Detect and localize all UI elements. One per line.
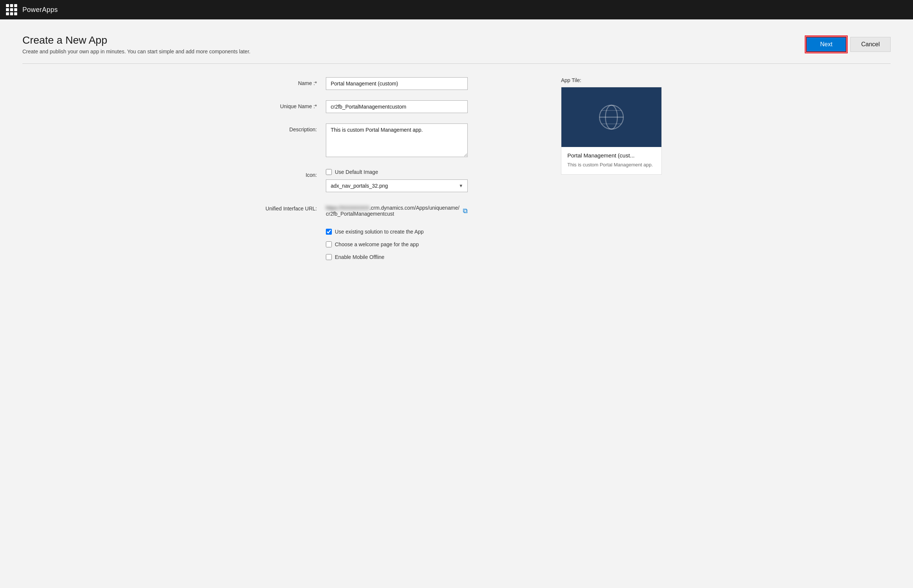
app-tile-panel: App Tile: Portal Management (cust... Thi… (561, 77, 662, 270)
copy-url-icon[interactable]: ⧉ (463, 207, 468, 215)
name-field-wrapper (326, 77, 468, 90)
checkbox-section: Use existing solution to create the App … (326, 227, 468, 260)
next-button[interactable]: Next (806, 37, 847, 52)
divider (23, 63, 890, 64)
url-row: Unified Interface URL: https://XXXXXXXX.… (251, 203, 539, 217)
page-title: Create a New App (23, 34, 251, 46)
choose-welcome-page-label[interactable]: Choose a welcome page for the app (326, 241, 468, 247)
choose-welcome-page-text: Choose a welcome page for the app (335, 241, 419, 247)
enable-mobile-offline-checkbox[interactable] (326, 254, 332, 260)
icon-dropdown-wrapper: adx_nav_portals_32.png ▼ (326, 179, 468, 192)
icon-controls: Use Default Image adx_nav_portals_32.png… (326, 169, 468, 192)
description-field-wrapper: This is custom Portal Management app. (326, 123, 468, 158)
page-content: Create a New App Create and publish your… (0, 19, 913, 588)
use-default-image-text: Use Default Image (335, 169, 378, 175)
app-tile-name: Portal Management (cust... (567, 152, 656, 158)
app-tile-info: Portal Management (cust... This is custo… (562, 147, 661, 174)
waffle-icon[interactable] (6, 4, 17, 15)
url-text: https://XXXXXXXX.crm.dynamics.com/Apps/u… (326, 205, 460, 217)
use-existing-solution-label[interactable]: Use existing solution to create the App (326, 229, 468, 235)
app-tile-description: This is custom Portal Management app. (567, 162, 656, 168)
page-header: Create a New App Create and publish your… (23, 34, 890, 55)
page-subtitle: Create and publish your own app in minut… (23, 48, 251, 55)
unique-name-field-wrapper (326, 100, 468, 113)
unique-name-row: Unique Name :* (251, 100, 539, 113)
use-existing-solution-checkbox[interactable] (326, 229, 332, 235)
url-blurred-part: https://XXXXXXXX (326, 205, 369, 211)
enable-mobile-offline-label[interactable]: Enable Mobile Offline (326, 254, 468, 260)
app-tile-image (562, 87, 661, 147)
url-field-wrapper: https://XXXXXXXX.crm.dynamics.com/Apps/u… (326, 203, 468, 217)
form-area: Name :* Unique Name :* Description: This… (251, 77, 662, 270)
description-row: Description: This is custom Portal Manag… (251, 123, 539, 158)
description-input[interactable]: This is custom Portal Management app. (326, 123, 468, 157)
name-row: Name :* (251, 77, 539, 90)
url-display: https://XXXXXXXX.crm.dynamics.com/Apps/u… (326, 203, 468, 217)
unique-name-input[interactable] (326, 100, 468, 113)
icon-row: Icon: Use Default Image adx_nav_portals_… (251, 169, 539, 192)
name-label: Name :* (251, 77, 326, 86)
name-input[interactable] (326, 77, 468, 90)
checkboxes-label (251, 227, 326, 230)
app-tile-card: Portal Management (cust... This is custo… (561, 87, 662, 174)
topbar: PowerApps (0, 0, 913, 19)
cancel-button[interactable]: Cancel (850, 37, 890, 52)
page-header-text: Create a New App Create and publish your… (23, 34, 251, 55)
globe-svg-icon (596, 102, 626, 132)
url-label: Unified Interface URL: (251, 203, 326, 212)
icon-dropdown[interactable]: adx_nav_portals_32.png (326, 179, 468, 192)
unique-name-label: Unique Name :* (251, 100, 326, 109)
icon-label: Icon: (251, 169, 326, 178)
app-tile-label: App Tile: (561, 77, 662, 83)
checkboxes-row: Use existing solution to create the App … (251, 227, 539, 260)
use-default-image-checkbox[interactable] (326, 169, 332, 175)
form-fields: Name :* Unique Name :* Description: This… (251, 77, 539, 270)
app-title: PowerApps (23, 6, 58, 14)
choose-welcome-page-checkbox[interactable] (326, 241, 332, 247)
icon-field-wrapper: Use Default Image adx_nav_portals_32.png… (326, 169, 468, 192)
use-default-image-label[interactable]: Use Default Image (326, 169, 468, 175)
description-label: Description: (251, 123, 326, 132)
checkboxes-wrapper: Use existing solution to create the App … (326, 227, 468, 260)
header-actions: Next Cancel (806, 34, 890, 52)
enable-mobile-offline-text: Enable Mobile Offline (335, 254, 384, 260)
use-existing-solution-text: Use existing solution to create the App (335, 229, 424, 235)
